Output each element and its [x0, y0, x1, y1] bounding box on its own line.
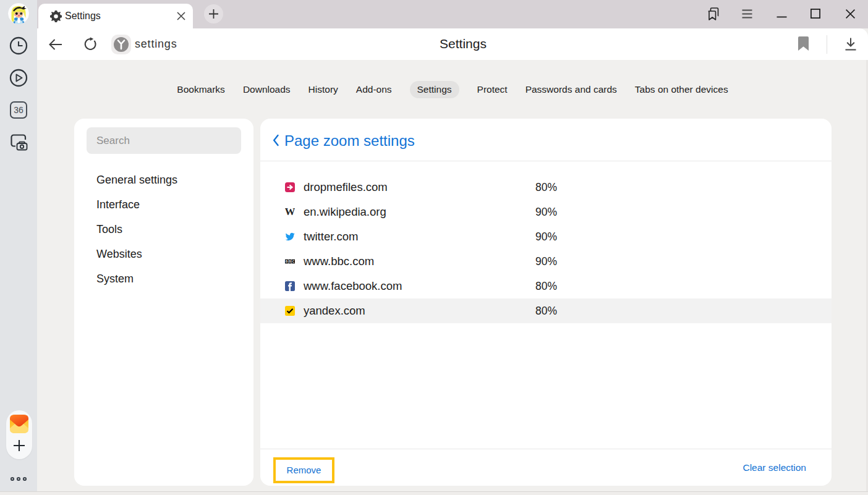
svg-text:B: B — [286, 260, 288, 263]
svg-text:B: B — [289, 260, 291, 263]
svg-text:W: W — [285, 207, 295, 217]
svg-text:C: C — [292, 260, 295, 263]
